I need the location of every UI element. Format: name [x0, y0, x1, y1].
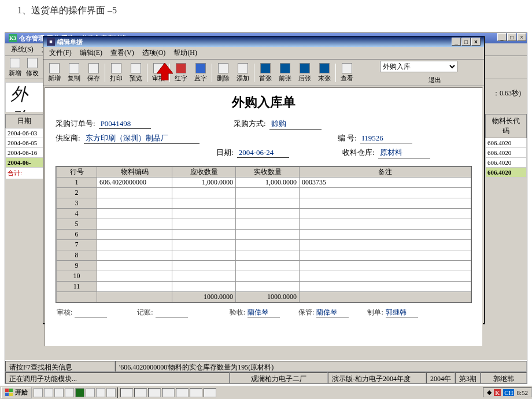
- quicklaunch-icon[interactable]: [65, 388, 74, 397]
- tb2-copy[interactable]: 复制: [64, 62, 84, 83]
- col-material[interactable]: 物料编码: [97, 167, 172, 178]
- status-version: 演示版-柏力电子2004年度: [328, 372, 426, 383]
- table-row[interactable]: 3: [57, 198, 471, 209]
- material-row-selected[interactable]: 606.4020: [485, 168, 527, 178]
- table-row[interactable]: 7: [57, 240, 471, 250]
- material-header: 物料长代码: [485, 114, 527, 138]
- table-row[interactable]: 11: [57, 282, 471, 292]
- dialog-body: 外购入库单 采购订单号:P0041498 采购方式:赊购 供应商:东方印刷（深圳…: [45, 87, 483, 346]
- start-button[interactable]: 开始: [1, 387, 32, 398]
- tb2-add[interactable]: 添加: [233, 62, 253, 83]
- taskbar-app[interactable]: [190, 388, 202, 397]
- doc-type-select[interactable]: 外购入库: [380, 61, 457, 72]
- maximize-button[interactable]: □: [507, 33, 516, 41]
- status-period: 第3期: [455, 372, 481, 383]
- first-icon: [260, 63, 271, 73]
- dlg-menu-edit[interactable]: 编辑(E): [76, 47, 106, 59]
- date-row[interactable]: 2004-06-05: [5, 138, 43, 148]
- tb-edit[interactable]: 修改: [24, 57, 41, 78]
- document-big-title: 外 购: [5, 82, 43, 112]
- supplier-value[interactable]: 东方印刷（深圳）制品厂: [84, 133, 200, 144]
- dialog-maximize-button[interactable]: □: [461, 38, 471, 46]
- material-row[interactable]: 606.4020: [485, 148, 527, 158]
- table-row[interactable]: 9: [57, 261, 471, 271]
- table-row[interactable]: 4: [57, 209, 471, 219]
- material-row[interactable]: 606.4020: [485, 158, 527, 168]
- next-icon: [300, 63, 310, 73]
- tb2-last[interactable]: 末张: [315, 62, 334, 83]
- svg-marker-0: [157, 63, 173, 80]
- app-icon: K3: [9, 34, 17, 42]
- date-value[interactable]: 2004-06-24: [237, 148, 289, 158]
- language-indicator[interactable]: CH: [503, 389, 514, 396]
- tb2-blue[interactable]: 蓝字: [191, 62, 210, 83]
- exit-label[interactable]: 退出: [428, 76, 441, 84]
- material-row[interactable]: 606.4020: [485, 138, 527, 148]
- table-row[interactable]: 1606.40200000001,000.00001,000.000000037…: [57, 178, 471, 188]
- audit-value: [75, 308, 107, 318]
- date-row-selected[interactable]: 2004-06-: [5, 158, 43, 168]
- minimize-button[interactable]: _: [497, 33, 507, 41]
- recv-value: 蘭偉琴: [247, 308, 280, 318]
- col-due-qty[interactable]: 应收数量: [172, 167, 236, 178]
- tb2-red[interactable]: 红字: [171, 62, 191, 83]
- code-value[interactable]: I19526: [360, 134, 412, 143]
- tray-icon[interactable]: K: [494, 389, 501, 396]
- taskbar-app[interactable]: [134, 388, 147, 397]
- system-tray[interactable]: ◆ K CH 8:52: [483, 387, 532, 397]
- dialog-close-button[interactable]: ×: [471, 38, 481, 46]
- windows-logo-icon: [5, 389, 13, 397]
- tb2-view[interactable]: 查看: [337, 62, 357, 83]
- mode-value[interactable]: 赊购: [269, 119, 322, 130]
- po-value[interactable]: P0041498: [99, 119, 151, 129]
- table-row[interactable]: 8: [57, 250, 471, 261]
- col-note[interactable]: 备注: [300, 167, 471, 178]
- quicklaunch-icon[interactable]: [34, 388, 43, 397]
- tb2-print[interactable]: 打印: [106, 62, 126, 83]
- dlg-menu-option[interactable]: 选项(O): [139, 47, 169, 59]
- taskbar-app[interactable]: [176, 388, 189, 397]
- dialog-minimize-button[interactable]: _: [452, 38, 461, 46]
- taskbar-app[interactable]: [120, 388, 133, 397]
- quicklaunch-icon[interactable]: [106, 388, 116, 397]
- taskbar-app[interactable]: [148, 388, 161, 397]
- line-items-grid[interactable]: 行号 物料编码 应收数量 实收数量 备注 1606.40200000001,00…: [56, 166, 472, 303]
- quicklaunch-icon[interactable]: [44, 388, 53, 397]
- supplier-label: 供应商:: [56, 133, 80, 143]
- quicklaunch-icon[interactable]: [86, 388, 95, 397]
- col-rownum[interactable]: 行号: [57, 167, 97, 178]
- signature-row: 审核: 记账: 验收:蘭偉琴 保管:蘭偉琴 制单:郭继韩: [56, 303, 472, 319]
- quicklaunch-icon[interactable]: [96, 388, 105, 397]
- col-actual-qty[interactable]: 实收数量: [236, 167, 300, 178]
- tray-icon[interactable]: ◆: [487, 389, 492, 396]
- close-button[interactable]: ×: [517, 33, 526, 41]
- date-label: 日期:: [216, 147, 234, 158]
- tb2-preview[interactable]: 预览: [126, 62, 146, 83]
- dialog-titlebar[interactable]: ■ 编辑单据 _ □ ×: [43, 36, 484, 47]
- tb-new[interactable]: 新增: [6, 57, 24, 78]
- wh-value[interactable]: 原材料: [378, 147, 430, 158]
- taskbar-app[interactable]: [162, 388, 175, 397]
- keep-value: 蘭偉琴: [316, 308, 349, 318]
- tb2-prev[interactable]: 前张: [275, 62, 295, 83]
- quicklaunch-excel-icon[interactable]: [75, 388, 84, 397]
- taskbar-app[interactable]: [204, 388, 216, 397]
- menu-system[interactable]: 系统(S): [8, 43, 37, 56]
- date-row[interactable]: 2004-06-16: [5, 148, 43, 158]
- tb2-delete[interactable]: 删除: [213, 62, 233, 83]
- app-statusbar: 正在调用子功能模块... 观澜柏力电子二厂 演示版-柏力电子2004年度 200…: [5, 372, 527, 383]
- quicklaunch-icon[interactable]: [54, 388, 64, 397]
- dlg-menu-file[interactable]: 文件(F): [46, 47, 75, 59]
- table-row[interactable]: 2: [57, 188, 471, 198]
- tb2-first[interactable]: 首张: [256, 62, 275, 83]
- copy-icon: [69, 63, 79, 73]
- tb2-new[interactable]: 新增: [45, 62, 64, 83]
- dlg-menu-help[interactable]: 帮助(H): [170, 47, 201, 59]
- table-row[interactable]: 10: [57, 271, 471, 282]
- table-row[interactable]: 5: [57, 219, 471, 230]
- tb2-next[interactable]: 后张: [295, 62, 315, 83]
- tb2-save[interactable]: 保存: [84, 62, 104, 83]
- dlg-menu-view[interactable]: 查看(V): [107, 47, 138, 59]
- table-row[interactable]: 6: [57, 230, 471, 240]
- date-row[interactable]: 2004-06-03: [5, 128, 43, 138]
